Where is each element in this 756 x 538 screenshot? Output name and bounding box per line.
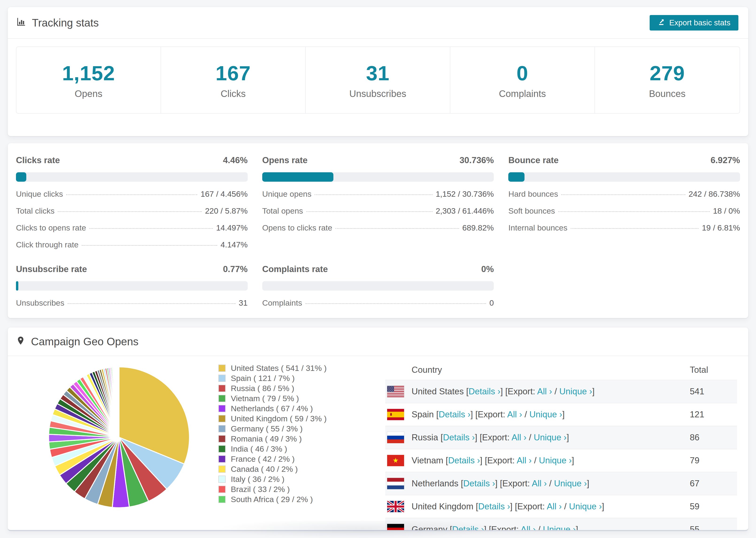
country-cell: Germany [Details ›] [Export: All › / Uni… [411,525,578,531]
metric-row-total-clicks: Total clicks 220 / 5.87% [16,206,248,215]
geo-opens-body: United States ( 541 / 31% ) Spain ( 121 … [8,356,748,530]
country-row-united-states: United States [Details ›] [Export: All ›… [385,380,737,403]
legend-item-italy: Italy ( 36 / 2% ) [218,474,327,484]
stat-unsubscribes: 31 Unsubscribes [306,47,450,113]
legend-item-united-states: United States ( 541 / 31% ) [218,363,327,373]
metric-row-opens-to-clicks-rate: Opens to clicks rate 689.82% [262,223,494,232]
metric-label: Complaints [262,298,302,307]
metric-label: Click through rate [16,240,79,249]
country-name: United States [411,387,464,396]
campaign-geo-opens-card: Campaign Geo Opens United States ( 541 /… [8,327,748,531]
geo-opens-pie-chart[interactable] [44,362,194,512]
legend-item-spain: Spain ( 121 / 7% ) [218,373,327,383]
export-all-link[interactable]: All › [537,387,552,396]
export-unique-link[interactable]: Unique › [559,387,592,396]
legend-swatch [218,445,226,453]
legend-item-netherlands: Netherlands ( 67 / 4% ) [218,404,327,413]
rate-head: Bounce rate 6.927% [508,155,740,165]
dotted-leader [68,303,236,304]
metric-label: Unsubscribes [16,298,64,307]
stat-value: 31 [366,61,390,85]
country-cell: Spain [Details ›] [Export: All › / Uniqu… [411,409,565,419]
legend-swatch [218,375,226,382]
rate-head: Clicks rate 4.46% [16,155,248,165]
legend-label: South Africa ( 29 / 2% ) [231,495,313,504]
export-all-link[interactable]: All › [521,525,536,531]
export-unique-link[interactable]: Unique › [534,433,567,442]
flag-icon-es [387,409,404,420]
country-name: United Kingdom [411,502,473,511]
legend-item-russia: Russia ( 86 / 5% ) [218,383,327,394]
metric-row-unique-clicks: Unique clicks 167 / 4.456% [16,189,248,198]
metric-value: 220 / 5.87% [205,206,247,215]
rate-value: 4.46% [223,155,248,165]
rates-card: Clicks rate 4.46% Unique clicks 167 / 4.… [8,143,748,318]
legend-item-south-africa: South Africa ( 29 / 2% ) [218,494,327,505]
export-unique-link[interactable]: Unique › [529,409,562,419]
dotted-leader [305,303,486,304]
metric-label: Total opens [262,206,303,215]
legend-label: Spain ( 121 / 7% ) [231,374,295,383]
export-all-link[interactable]: All › [547,502,562,511]
metric-row-clicks-to-opens-rate: Clicks to opens rate 14.497% [16,223,248,232]
legend-label: Russia ( 86 / 5% ) [231,384,294,393]
export-basic-stats-button[interactable]: Export basic stats [650,15,738,30]
details-link[interactable]: Details › [452,525,484,531]
map-pin-icon [16,335,26,348]
metric-value: 1,152 / 30.736% [436,189,494,198]
legend-item-brazil: Brazil ( 33 / 2% ) [218,484,327,494]
total-cell: 79 [690,456,699,465]
export-unique-link[interactable]: Unique › [569,502,602,511]
country-name: Russia [411,433,438,442]
export-icon [658,18,666,28]
export-all-link[interactable]: All › [512,433,527,442]
stat-value: 0 [516,61,528,85]
legend-swatch [218,425,226,432]
metric-row-complaints: Complaints 0 [262,298,494,307]
legend-swatch [218,435,226,443]
export-all-link[interactable]: All › [532,479,547,488]
flag-icon-de [387,524,404,531]
country-row-united-kingdom: United Kingdom [Details ›] [Export: All … [385,495,737,518]
total-cell: 121 [690,409,704,419]
stat-value: 1,152 [62,61,115,85]
rate-section-opens-rate: Opens rate 30.736% Unique opens 1,152 / … [262,155,494,249]
legend-label: Italy ( 36 / 2% ) [231,475,285,484]
details-link[interactable]: Details › [478,502,510,511]
legend-swatch [218,496,226,503]
metric-value: 19 / 6.81% [702,223,740,232]
legend-swatch [218,486,226,493]
stat-clicks: 167 Clicks [161,47,306,113]
rate-value: 0.77% [223,264,248,274]
export-all-link[interactable]: All › [507,409,522,419]
metric-row-hard-bounces: Hard bounces 242 / 86.738% [508,189,740,198]
tracking-stats-title: Tracking stats [16,16,99,29]
details-link[interactable]: Details › [448,456,480,465]
details-link[interactable]: Details › [463,479,495,488]
details-link[interactable]: Details › [443,433,475,442]
rate-value: 6.927% [711,155,740,165]
country-row-spain: Spain [Details ›] [Export: All › / Uniqu… [385,403,737,426]
pie-legend: United States ( 541 / 31% ) Spain ( 121 … [218,363,327,505]
rate-section-bounce-rate: Bounce rate 6.927% Hard bounces 242 / 86… [508,155,740,249]
stat-label: Bounces [649,88,685,99]
geo-opens-table: Country Total United States [Details ›] … [385,363,737,531]
export-unique-link[interactable]: Unique › [539,456,572,465]
details-link[interactable]: Details › [469,387,501,396]
legend-swatch [218,385,226,392]
flag-icon-gb [387,501,404,512]
rate-title: Opens rate [262,155,307,165]
country-row-germany: Germany [Details ›] [Export: All › / Uni… [385,518,737,531]
legend-item-germany: Germany ( 55 / 3% ) [218,424,327,434]
legend-label: United States ( 541 / 31% ) [231,364,327,373]
metric-value: 2,303 / 61.446% [436,206,494,215]
export-unique-link[interactable]: Unique › [543,525,576,531]
export-unique-link[interactable]: Unique › [554,479,587,488]
export-all-link[interactable]: All › [517,456,532,465]
metric-label: Total clicks [16,206,54,215]
details-link[interactable]: Details › [439,409,470,419]
progress-bar-track [16,281,248,291]
stat-complaints: 0 Complaints [450,47,595,113]
progress-bar-fill [16,172,26,182]
metric-row-unique-opens: Unique opens 1,152 / 30.736% [262,189,494,198]
